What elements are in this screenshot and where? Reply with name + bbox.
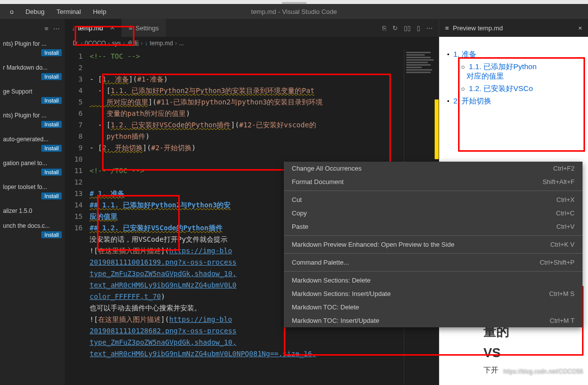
install-button[interactable]: Install <box>41 49 62 56</box>
extension-item[interactable]: loper toolset fo...Install <box>0 180 65 203</box>
toc-link-cont[interactable]: 对应的值里 <box>467 72 504 80</box>
split-side-icon[interactable]: ▯▯ <box>404 24 411 32</box>
sidebar-overflow-icon[interactable]: ⋯ <box>53 25 60 32</box>
context-menu-item[interactable]: Markdown Sections: Insert/UpdateCtrl+M S <box>284 287 583 300</box>
extension-item[interactable]: unch the docs.c...Install <box>0 218 65 242</box>
refresh-icon[interactable]: ↻ <box>392 24 398 32</box>
code-line[interactable]: <!-- TOC --> <box>90 51 404 62</box>
split-icon[interactable]: ▯ <box>417 24 420 32</box>
install-button[interactable]: Install <box>41 169 62 176</box>
preview-tab[interactable]: ≡ Preview temp.md × <box>439 19 588 37</box>
code-line[interactable]: - [1.2. 已安装好VSCode的Python插件](#12-已安装好vsc… <box>90 119 404 131</box>
tab-label: Settings <box>135 24 159 32</box>
crumb[interactable]: ... <box>179 40 184 47</box>
context-menu: Change All OccurrencesCtrl+F2Format Docu… <box>284 162 583 327</box>
install-button[interactable]: Install <box>41 231 62 238</box>
line-gutter: 12345678910111213141516 <box>65 50 90 385</box>
tabs-bar: ↓ temp.md × ≡ Settings ⎘ ↻ ▯▯ ▯ ⋯ <box>65 19 439 37</box>
install-button[interactable]: Install <box>41 145 62 152</box>
code-line[interactable]: type_ZmFuZ3poZW5naGVpdGk,shadow_10, <box>90 337 404 348</box>
menu-item-help[interactable]: Help <box>87 8 113 15</box>
extensions-sidebar: ≡ ⋯ nts) Plugin for ...Installr Markdown… <box>0 19 65 385</box>
install-button[interactable]: Install <box>41 121 62 128</box>
code-line[interactable]: - [1.1. 已添加好Python2与Python3的安装目录到环境变量的Pa… <box>90 85 404 96</box>
menubar: o Debug Terminal Help temp.md - Visual S… <box>0 4 588 19</box>
toc-link[interactable]: 1.1. 已添加好Python <box>469 62 537 71</box>
code-line[interactable]: - [2. 开始切换](#2-开始切换) <box>90 142 404 154</box>
extension-item[interactable]: auto-generated...Install <box>0 132 65 156</box>
menu-item-terminal[interactable]: Terminal <box>51 8 87 15</box>
more-actions-icon[interactable]: ⋯ <box>426 24 433 32</box>
extension-item[interactable]: gation panel to...Install <box>0 156 65 180</box>
preview-heading: VS <box>483 345 588 361</box>
extension-item[interactable]: r Markdown do...Install <box>0 60 65 84</box>
extension-item[interactable]: alizer 1.5.0 <box>0 203 65 218</box>
toc-link[interactable]: 1. 准备 <box>454 50 477 58</box>
extension-item[interactable]: nts) Plugin for ...Install <box>0 36 65 60</box>
context-menu-item[interactable]: Markdown TOC: Insert/UpdateCtrl+M T <box>284 314 583 327</box>
context-menu-item[interactable]: Markdown TOC: Delete <box>284 300 583 314</box>
context-menu-item[interactable]: CopyCtrl+C <box>284 206 583 220</box>
code-line[interactable]: text_aHR0cHM6Ly9ibG9nLmNzZG4ubmV0L0NPQ08… <box>90 348 404 360</box>
open-changes-icon[interactable]: ⎘ <box>382 24 386 32</box>
context-menu-item[interactable]: Command Palette...Ctrl+Shift+P <box>284 256 583 269</box>
tab-settings[interactable]: ≡ Settings <box>121 19 166 37</box>
editor-actions: ⎘ ↻ ▯▯ ▯ ⋯ <box>376 24 439 32</box>
crumb[interactable]: D: <box>73 40 79 47</box>
code-line[interactable] <box>90 62 404 74</box>
install-button[interactable]: Install <box>41 97 62 104</box>
menu-item-debug[interactable]: Debug <box>19 8 50 15</box>
close-icon[interactable]: × <box>110 23 115 32</box>
preview-toc: •1. 准备 ○1.1. 已添加好Python 对应的值里 ○1.2. 已安装好… <box>447 50 580 106</box>
window-title: temp.md - Visual Studio Code <box>245 8 343 15</box>
crumb[interactable]: 0COCO <box>85 40 106 47</box>
settings-icon: ≡ <box>128 24 132 32</box>
extension-item[interactable]: ge SupportInstall <box>0 84 65 108</box>
install-button[interactable]: Install <box>41 192 62 199</box>
tab-temp-md[interactable]: ↓ temp.md × <box>65 19 121 37</box>
code-line[interactable]: 变量的path所对应的值里) <box>90 108 404 119</box>
crumb[interactable]: temp.md <box>150 40 173 47</box>
menu-item-o[interactable]: o <box>4 8 19 15</box>
crumb[interactable]: 桌面 <box>127 39 139 48</box>
code-line[interactable]: - [1. 准备](#1-准备) <box>90 74 404 85</box>
context-menu-item[interactable]: Markdown Preview Enhanced: Open Preview … <box>284 238 583 251</box>
toc-link[interactable]: 1.2. 已安装好VSCo <box>469 84 533 93</box>
close-icon[interactable]: × <box>578 24 582 32</box>
watermark: https://blog.csdn.net/COCO56 <box>503 368 583 375</box>
context-menu-item[interactable]: PasteCtrl+V <box>284 220 583 233</box>
breadcrumb[interactable]: D:› 0COCO› sys› 桌面› ↓ temp.md› ... <box>65 37 439 50</box>
context-menu-item[interactable]: Markdown Sections: Delete <box>284 274 583 287</box>
preview-icon: ≡ <box>445 24 449 32</box>
preview-tab-label: Preview temp.md <box>453 24 503 32</box>
context-menu-item[interactable]: Change All OccurrencesCtrl+F2 <box>284 162 583 175</box>
code-line[interactable]: 所对应的值里](#11-已添加好python2与python3的安装目录到环境 <box>90 96 404 108</box>
install-button[interactable]: Install <box>41 73 62 80</box>
markdown-file-icon: ↓ <box>72 24 75 32</box>
tab-label: temp.md <box>78 24 104 32</box>
sidebar-filter-icon[interactable]: ≡ <box>44 25 48 32</box>
toc-link[interactable]: 2. 开始切换 <box>454 96 492 105</box>
extension-item[interactable]: nts) Plugin for ...Install <box>0 108 65 132</box>
window-top-strip <box>0 0 588 4</box>
crumb[interactable]: sys <box>112 40 121 47</box>
context-menu-item[interactable]: CutCtrl+X <box>284 193 583 206</box>
code-line[interactable]: python插件) <box>90 131 404 142</box>
context-menu-item[interactable]: Format DocumentShift+Alt+F <box>284 175 583 189</box>
